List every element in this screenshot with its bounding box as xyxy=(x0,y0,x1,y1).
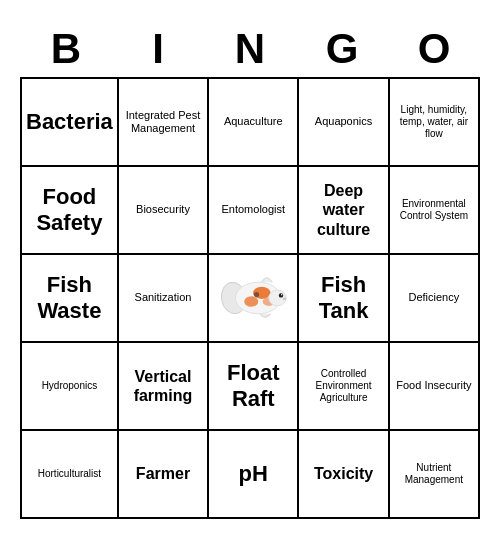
cell-r4-c2: pH xyxy=(209,431,299,519)
cell-r0-c1: Integrated Pest Management xyxy=(119,79,209,167)
svg-point-9 xyxy=(283,298,287,301)
cell-r4-c4: Nutrient Management xyxy=(390,431,480,519)
cell-text: Float Raft xyxy=(213,360,293,413)
bingo-header: B I N G O xyxy=(20,25,480,73)
cell-text: Aquaponics xyxy=(315,115,373,128)
cell-text: Controlled Environment Agriculture xyxy=(303,368,383,404)
cell-r2-c0: Fish Waste xyxy=(22,255,119,343)
header-g: G xyxy=(299,25,385,73)
cell-text: Sanitization xyxy=(135,291,192,304)
cell-r2-c2 xyxy=(209,255,299,343)
cell-text: Deficiency xyxy=(408,291,459,304)
koi-fish-icon xyxy=(218,263,288,333)
cell-r3-c4: Food Insecurity xyxy=(390,343,480,431)
cell-r3-c3: Controlled Environment Agriculture xyxy=(299,343,389,431)
header-b: B xyxy=(23,25,109,73)
bingo-card: B I N G O BacteriaIntegrated Pest Manage… xyxy=(10,15,490,529)
cell-r4-c1: Farmer xyxy=(119,431,209,519)
cell-r4-c0: Horticulturalist xyxy=(22,431,119,519)
cell-text: Aquaculture xyxy=(224,115,283,128)
cell-text: Light, humidity, temp, water, air flow xyxy=(394,104,474,140)
cell-r0-c3: Aquaponics xyxy=(299,79,389,167)
cell-text: Biosecurity xyxy=(136,203,190,216)
svg-point-8 xyxy=(281,294,282,295)
cell-text: Hydroponics xyxy=(42,380,98,392)
cell-text: Food Insecurity xyxy=(396,379,471,392)
cell-r3-c2: Float Raft xyxy=(209,343,299,431)
cell-text: Fish Tank xyxy=(303,272,383,325)
cell-r3-c1: Vertical farming xyxy=(119,343,209,431)
cell-text: Environmental Control System xyxy=(394,198,474,222)
cell-r1-c4: Environmental Control System xyxy=(390,167,480,255)
cell-text: Farmer xyxy=(136,464,190,483)
cell-r2-c1: Sanitization xyxy=(119,255,209,343)
cell-text: Food Safety xyxy=(26,184,113,237)
cell-text: Horticulturalist xyxy=(38,468,101,480)
cell-r1-c2: Entomologist xyxy=(209,167,299,255)
cell-text: Nutrient Management xyxy=(394,462,474,486)
cell-r1-c3: Deep water culture xyxy=(299,167,389,255)
svg-point-5 xyxy=(254,292,259,297)
cell-text: Integrated Pest Management xyxy=(123,109,203,135)
cell-text: Entomologist xyxy=(221,203,285,216)
cell-r0-c0: Bacteria xyxy=(22,79,119,167)
svg-point-7 xyxy=(279,293,283,297)
cell-r3-c0: Hydroponics xyxy=(22,343,119,431)
cell-r1-c1: Biosecurity xyxy=(119,167,209,255)
cell-text: pH xyxy=(239,461,268,487)
cell-r2-c3: Fish Tank xyxy=(299,255,389,343)
cell-text: Fish Waste xyxy=(26,272,113,325)
cell-text: Deep water culture xyxy=(303,181,383,239)
cell-r4-c3: Toxicity xyxy=(299,431,389,519)
svg-point-3 xyxy=(245,296,259,307)
bingo-grid: BacteriaIntegrated Pest ManagementAquacu… xyxy=(20,77,480,519)
cell-text: Bacteria xyxy=(26,109,113,135)
cell-r0-c2: Aquaculture xyxy=(209,79,299,167)
header-n: N xyxy=(207,25,293,73)
cell-text: Toxicity xyxy=(314,464,373,483)
cell-r2-c4: Deficiency xyxy=(390,255,480,343)
cell-text: Vertical farming xyxy=(123,367,203,405)
cell-r1-c0: Food Safety xyxy=(22,167,119,255)
cell-r0-c4: Light, humidity, temp, water, air flow xyxy=(390,79,480,167)
header-i: I xyxy=(115,25,201,73)
header-o: O xyxy=(391,25,477,73)
